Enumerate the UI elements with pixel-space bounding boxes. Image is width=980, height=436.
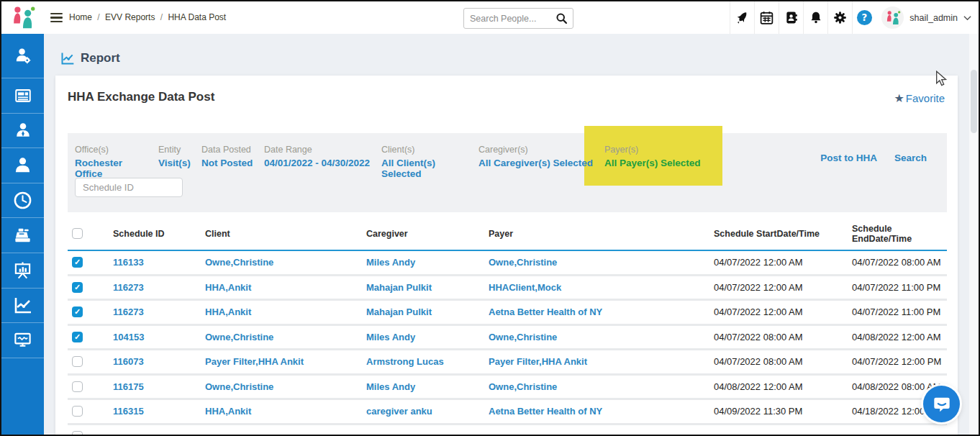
cell-payer[interactable]: Owne,Christine xyxy=(489,381,714,392)
cell-end-datetime: 04/07/2022 11:00 PM xyxy=(852,306,947,317)
filter-entity[interactable]: Entity Visit(s) xyxy=(158,145,201,179)
menu-toggle-icon[interactable] xyxy=(50,13,63,24)
cell-client[interactable]: Owne,Christine xyxy=(205,332,366,342)
cell-payer[interactable]: Owne,Christine xyxy=(489,257,714,268)
table-header-row: Schedule ID Client Caregiver Payer Sched… xyxy=(68,217,947,251)
client-icon[interactable] xyxy=(1,148,44,183)
dashboard-news-icon[interactable] xyxy=(1,78,44,114)
filter-value[interactable]: All Client(s) Selected xyxy=(381,158,473,179)
cell-caregiver[interactable]: Mahajan Pulkit xyxy=(366,282,489,293)
app-logo[interactable] xyxy=(1,1,44,34)
cell-payer[interactable]: Owne,Christine xyxy=(489,332,714,342)
reports-chart-icon[interactable] xyxy=(1,289,44,324)
caregiver-icon[interactable] xyxy=(1,114,44,149)
filter-items: Office(s) Rochester Office Entity Visit(… xyxy=(75,145,741,179)
filter-caregivers[interactable]: Caregiver(s) All Caregiver(s) Selected xyxy=(478,145,604,179)
row-checkbox[interactable]: ✓ xyxy=(72,282,83,293)
sidebar-nav xyxy=(1,34,44,435)
filter-value[interactable]: All Payer(s) Selected xyxy=(604,158,735,168)
row-checkbox[interactable] xyxy=(72,431,83,435)
billing-register-icon[interactable] xyxy=(1,218,44,253)
help-icon[interactable]: ? xyxy=(852,1,876,34)
star-icon: ★ xyxy=(894,91,904,105)
row-checkbox[interactable] xyxy=(72,356,83,367)
post-to-hha-button[interactable]: Post to HHA xyxy=(820,153,877,163)
search-icon[interactable] xyxy=(555,12,568,24)
filter-value[interactable]: All Caregiver(s) Selected xyxy=(478,158,599,168)
cell-caregiver[interactable]: Armstrong Lucas xyxy=(366,356,489,367)
cell-client[interactable]: Owne,Christine xyxy=(205,257,366,268)
topbar: Home / EVV Reports / HHA Data Post xyxy=(1,1,979,34)
cell-caregiver[interactable]: Miles Andy xyxy=(366,332,489,342)
cell-payer[interactable]: HHAClient,Mock xyxy=(489,282,714,293)
row-checkbox[interactable] xyxy=(72,406,83,417)
cell-client[interactable]: Owne,Christine xyxy=(205,381,366,392)
cell-payer[interactable]: Payer Filter,HHA Ankit xyxy=(489,356,714,367)
cell-caregiver[interactable]: Mahajan Pulkit xyxy=(366,306,489,317)
cell-schedule-id[interactable]: 104153 xyxy=(113,332,205,342)
filter-label: Entity xyxy=(158,145,196,155)
cell-schedule-id[interactable]: 116175 xyxy=(113,381,205,392)
notifications-bell-icon[interactable] xyxy=(803,1,827,34)
filter-payers[interactable]: Payer(s) All Payer(s) Selected xyxy=(604,145,741,179)
filter-value[interactable]: Rochester Office xyxy=(75,158,153,179)
cell-caregiver[interactable]: Miles Andy xyxy=(366,381,489,392)
row-checkbox[interactable] xyxy=(72,381,83,392)
cell-end-datetime: 04/07/2022 11:00 PM xyxy=(852,282,947,293)
presentation-board-icon[interactable] xyxy=(1,253,44,289)
filter-data-posted[interactable]: Data Posted Not Posted xyxy=(201,145,264,179)
cell-schedule-id[interactable]: 116133 xyxy=(113,257,205,268)
cell-schedule-id[interactable]: 116273 xyxy=(113,306,205,317)
table-row: 116175 Owne,Christine Miles Andy Owne,Ch… xyxy=(68,376,947,401)
clock-icon[interactable] xyxy=(1,183,44,219)
row-checkbox[interactable]: ✓ xyxy=(72,306,83,317)
svg-text:?: ? xyxy=(862,12,868,23)
cell-schedule-id[interactable]: 116073 xyxy=(113,356,205,367)
contacts-book-icon[interactable] xyxy=(779,1,803,34)
filter-label: Client(s) xyxy=(381,145,473,155)
filter-value[interactable]: Not Posted xyxy=(201,158,258,168)
cell-schedule-id[interactable]: 116273 xyxy=(113,282,205,293)
cell-caregiver[interactable]: caregiver anku xyxy=(366,406,489,417)
cell-client[interactable]: HHA,Ankit xyxy=(205,306,366,317)
filter-label: Caregiver(s) xyxy=(478,145,599,155)
filter-value[interactable]: Visit(s) xyxy=(158,158,196,168)
table-row: ✓ 116273 HHA,Ankit Mahajan Pulkit HHACli… xyxy=(68,276,947,301)
filter-date-range[interactable]: Date Range 04/01/2022 - 04/30/2022 xyxy=(264,145,381,179)
scrollbar-thumb[interactable] xyxy=(971,70,977,133)
cell-payer[interactable]: Aetna Better Health of NY xyxy=(489,306,714,317)
settings-gear-icon[interactable] xyxy=(827,1,852,34)
cell-client[interactable]: Payer Filter,HHA Ankit xyxy=(205,356,366,367)
search-people-input[interactable] xyxy=(470,9,550,28)
cell-start-datetime: 04/07/2022 12:00 AM xyxy=(714,282,852,293)
cell-payer[interactable]: Aetna Better Health of NY xyxy=(489,406,714,417)
schedule-id-input[interactable] xyxy=(75,178,183,197)
row-checkbox[interactable]: ✓ xyxy=(72,332,83,342)
report-section-header: Report xyxy=(60,51,120,65)
calendar-icon[interactable] xyxy=(754,1,779,34)
filter-offices[interactable]: Office(s) Rochester Office xyxy=(75,145,158,179)
favorite-button[interactable]: ★ Favorite xyxy=(894,91,945,105)
section-title: Report xyxy=(81,51,120,65)
rocket-icon[interactable] xyxy=(730,1,754,34)
breadcrumb-home[interactable]: Home xyxy=(69,12,92,22)
scrollbar-track[interactable] xyxy=(969,34,979,435)
username-label: shail_admin xyxy=(909,13,958,23)
cell-client[interactable]: HHA,Ankit xyxy=(205,282,366,293)
user-menu[interactable]: shail_admin xyxy=(881,1,971,34)
filter-value[interactable]: 04/01/2022 - 04/30/2022 xyxy=(264,158,376,168)
search-button[interactable]: Search xyxy=(894,153,927,163)
chat-launcher-button[interactable] xyxy=(923,386,960,422)
cell-client[interactable]: HHA,Ankit xyxy=(205,406,366,417)
table-body: ✓ 116133 Owne,Christine Miles Andy Owne,… xyxy=(68,251,947,435)
cell-schedule-id[interactable]: 116315 xyxy=(113,406,205,417)
filter-clients[interactable]: Client(s) All Client(s) Selected xyxy=(381,145,478,179)
user-admin-icon[interactable] xyxy=(1,34,44,78)
topbar-icons: ? xyxy=(730,1,876,34)
breadcrumb-evv-reports[interactable]: EVV Reports xyxy=(105,12,155,22)
cell-caregiver[interactable]: Miles Andy xyxy=(366,257,489,268)
select-all-checkbox[interactable] xyxy=(72,228,83,239)
row-checkbox[interactable]: ✓ xyxy=(72,257,83,268)
filter-label: Payer(s) xyxy=(604,145,735,155)
monitor-icon[interactable] xyxy=(1,323,44,358)
